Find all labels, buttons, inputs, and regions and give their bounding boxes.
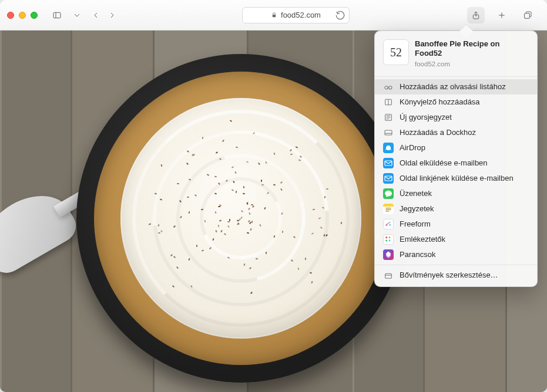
share-header: 52 Banoffee Pie Recipe on Food52 food52.… [375,37,537,74]
svg-rect-30 [385,273,392,278]
new-tab-button[interactable] [493,7,511,23]
svg-point-26 [385,239,387,241]
share-item-mail[interactable]: Oldal elküldése e-mailben [375,156,537,171]
sidebar-toggle-button[interactable] [48,7,66,23]
svg-rect-23 [389,224,391,226]
share-item-label: Oldal linkjének küldése e-mailben [400,174,514,183]
window-controls [7,12,38,19]
svg-rect-2 [273,15,276,17]
forward-button[interactable] [105,7,120,23]
share-item-link[interactable]: Oldal linkjének küldése e-mailben [375,171,537,186]
svg-point-7 [385,86,388,89]
sidebar-menu-button[interactable] [72,7,82,23]
share-item-bookmark[interactable]: Könyvjelző hozzáadása [375,94,537,110]
freeform-icon [383,219,394,229]
share-item-quicknote[interactable]: Új gyorsjegyzet [375,110,537,125]
dock-icon [383,127,394,138]
share-thumbnail: 52 [383,39,409,65]
share-item-label: AirDrop [400,143,425,152]
share-item-label: Freeform [400,219,431,228]
notes-icon [383,204,394,214]
pie-image [76,54,405,383]
minimize-window-button[interactable] [19,12,26,19]
share-item-label: Új gyorsjegyzet [400,113,452,121]
back-button[interactable] [88,7,103,23]
separator [375,76,537,77]
edit-extensions-label: Bővítmények szerkesztése… [400,271,498,279]
address-text: food52.com [281,11,321,19]
lock-icon [271,12,277,18]
share-item-label: Hozzáadás a Dockhoz [400,128,476,137]
separator [375,265,537,265]
svg-point-8 [389,86,392,89]
chevron-left-icon [91,11,100,20]
messages-icon [383,188,394,199]
share-title: Banoffee Pie Recipe on Food52 [415,39,529,59]
share-item-label: Oldal elküldése e-mailben [400,158,488,167]
svg-point-22 [386,224,388,226]
safari-window: food52.com [0,0,547,392]
reload-button[interactable] [335,10,345,21]
tab-overview-button[interactable] [519,7,536,23]
reminders-icon [383,234,394,245]
share-item-shortcuts[interactable]: Parancsok [375,247,537,262]
link-icon [383,173,394,184]
quicknote-icon [383,112,394,123]
svg-point-25 [389,236,391,238]
airdrop-icon [383,143,394,153]
extension-icon [383,270,394,281]
close-window-button[interactable] [7,12,14,19]
chevron-down-icon [72,11,82,20]
share-item-label: Könyvjelző hozzáadása [400,97,480,106]
share-item-reminders[interactable]: Emlékeztetők [375,232,537,247]
svg-rect-6 [525,13,530,18]
share-item-freeform[interactable]: Freeform [375,217,537,232]
glasses-icon [383,82,394,92]
share-icon [471,11,481,20]
svg-point-27 [389,239,391,241]
share-item-dock[interactable]: Hozzáadás a Dockhoz [375,125,537,140]
reload-icon [335,10,345,21]
share-item-label: Emlékeztetők [400,235,445,244]
svg-rect-0 [53,12,61,18]
share-item-notes[interactable]: Jegyzetek [375,201,537,217]
share-item-messages[interactable]: Üzenetek [375,186,537,201]
share-item-label: Üzenetek [400,189,432,198]
fullscreen-window-button[interactable] [31,12,38,19]
sidebar-icon [52,11,62,20]
share-button[interactable] [467,7,485,23]
share-subtitle: food52.com [415,60,529,68]
share-item-label: Jegyzetek [400,204,434,213]
tabs-icon [523,11,532,20]
share-item-label: Parancsok [400,250,435,259]
plus-icon [497,11,506,20]
share-item-label: Hozzáadás az olvasási listához [400,82,506,91]
chevron-right-icon [108,11,117,20]
address-bar[interactable]: food52.com [242,7,349,23]
svg-point-24 [385,236,387,238]
share-popover: 52 Banoffee Pie Recipe on Food52 food52.… [374,31,538,287]
share-item-list: Hozzáadás az olvasási listáhozKönyvjelző… [375,79,537,262]
edit-extensions-item[interactable]: Bővítmények szerkesztése… [375,268,537,283]
svg-rect-14 [385,130,392,135]
share-item-airdrop[interactable]: AirDrop [375,140,537,156]
shortcuts-icon [383,249,394,260]
bookmark-icon [383,97,394,107]
share-item-glasses[interactable]: Hozzáadás az olvasási listához [375,79,537,94]
mail-icon [383,158,394,168]
